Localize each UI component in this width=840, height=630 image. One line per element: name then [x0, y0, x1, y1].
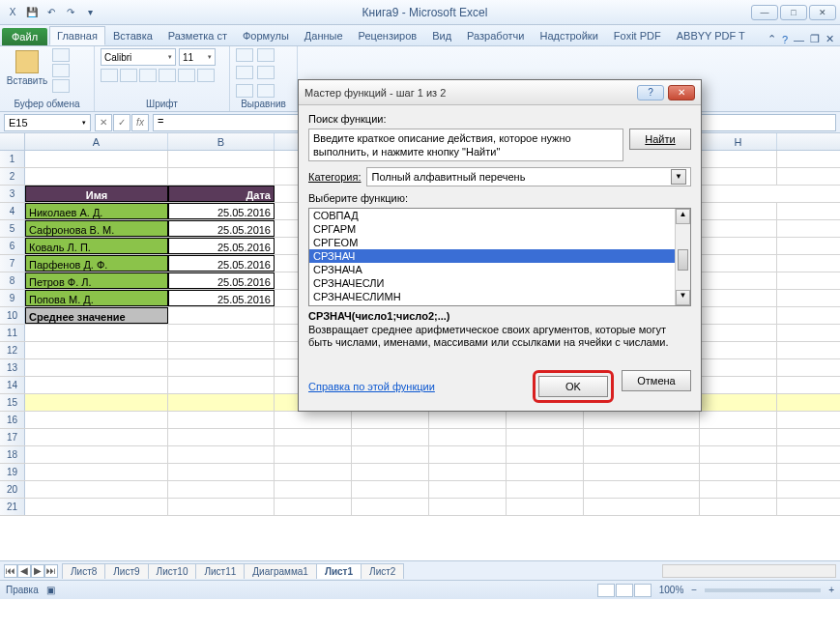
row-header[interactable]: 10 — [0, 307, 25, 324]
cell-A8[interactable]: Петров Ф. Л. — [25, 272, 168, 289]
dialog-close-icon[interactable]: ✕ — [668, 85, 695, 100]
tab-nav-next-icon[interactable]: ▶ — [31, 564, 44, 578]
scroll-down-icon[interactable]: ▼ — [676, 290, 690, 305]
tab-view[interactable]: Вид — [424, 26, 459, 45]
row-header[interactable]: 2 — [0, 168, 25, 185]
tab-nav-prev-icon[interactable]: ◀ — [17, 564, 31, 578]
dialog-titlebar[interactable]: Мастер функций - шаг 1 из 2 ? ✕ — [299, 80, 701, 105]
tab-data[interactable]: Данные — [297, 26, 351, 45]
scroll-thumb[interactable] — [678, 249, 688, 271]
cell-A7[interactable]: Парфенов Д. Ф. — [25, 255, 168, 272]
tab-insert[interactable]: Вставка — [105, 26, 160, 45]
function-list[interactable]: СОВПАД СРГАРМ СРГЕОМ СРЗНАЧ СРЗНАЧА СРЗН… — [308, 208, 691, 306]
view-normal-icon[interactable] — [597, 584, 615, 597]
ok-button[interactable]: OK — [538, 376, 608, 397]
help-icon[interactable]: ? — [782, 34, 788, 45]
enter-formula-icon[interactable]: ✓ — [113, 114, 130, 131]
row-header[interactable]: 4 — [0, 203, 25, 219]
row-header[interactable]: 11 — [0, 325, 25, 341]
cell-B7[interactable]: 25.05.2016 — [168, 255, 275, 272]
col-A[interactable]: A — [25, 133, 168, 150]
sheet-tab[interactable]: Лист9 — [104, 563, 148, 579]
tab-addins[interactable]: Надстройки — [532, 26, 605, 45]
font-size-combo[interactable]: 11▾ — [179, 48, 216, 66]
col-B[interactable]: B — [168, 133, 275, 150]
align-bottom-button[interactable] — [236, 66, 253, 79]
select-all-corner[interactable] — [0, 133, 25, 150]
tab-pagelayout[interactable]: Разметка ст — [160, 26, 235, 45]
workbook-min-icon[interactable]: — — [794, 34, 804, 45]
sheet-tab[interactable]: Диаграмма1 — [244, 563, 317, 579]
row-header[interactable]: 15 — [0, 394, 25, 411]
cell-B4[interactable]: 25.05.2016 — [168, 203, 275, 219]
category-select[interactable]: Полный алфавитный перечень ▼ — [366, 167, 691, 186]
dialog-help-icon[interactable]: ? — [637, 85, 664, 100]
font-color-button[interactable] — [197, 69, 215, 82]
scroll-up-icon[interactable]: ▲ — [676, 209, 690, 224]
workbook-restore-icon[interactable]: ❐ — [810, 33, 820, 45]
header-name[interactable]: Имя — [25, 186, 168, 202]
row-header[interactable]: 1 — [0, 151, 25, 167]
sheet-tab-active[interactable]: Лист1 — [316, 563, 362, 579]
zoom-level[interactable]: 100% — [659, 585, 684, 595]
function-item[interactable]: СРЗНАЧЕСЛИМН — [309, 290, 690, 303]
row-header[interactable]: 20 — [0, 481, 25, 498]
sheet-tab[interactable]: Лист11 — [195, 563, 245, 579]
underline-button[interactable] — [139, 69, 157, 82]
qat-more-icon[interactable]: ▾ — [81, 4, 99, 21]
function-item-selected[interactable]: СРЗНАЧ — [309, 249, 690, 263]
border-button[interactable] — [159, 69, 176, 82]
row-header[interactable]: 16 — [0, 412, 25, 428]
list-scrollbar[interactable]: ▲ ▼ — [675, 209, 690, 305]
redo-icon[interactable]: ↷ — [62, 4, 79, 21]
function-item[interactable]: СРГАРМ — [309, 222, 690, 236]
align-top-button[interactable] — [236, 48, 253, 62]
tab-home[interactable]: Главная — [49, 26, 105, 45]
function-item[interactable]: СОВПАД — [309, 209, 690, 222]
paste-button[interactable]: Вставить — [6, 48, 48, 88]
close-button[interactable]: ✕ — [809, 5, 836, 20]
sheet-tab[interactable]: Лист10 — [148, 563, 197, 579]
cell-B8[interactable]: 25.05.2016 — [168, 272, 275, 289]
cancel-button[interactable]: Отмена — [622, 370, 691, 391]
cell-A6[interactable]: Коваль Л. П. — [25, 238, 168, 254]
tab-nav-first-icon[interactable]: ⏮ — [4, 564, 17, 578]
bold-button[interactable] — [101, 69, 118, 82]
row-header[interactable]: 8 — [0, 272, 25, 289]
row-header[interactable]: 7 — [0, 255, 25, 272]
cut-icon[interactable] — [52, 48, 70, 62]
italic-button[interactable] — [120, 69, 137, 82]
cell-A10[interactable]: Среднее значение — [25, 307, 168, 324]
function-item[interactable]: СРГЕОМ — [309, 236, 690, 249]
zoom-in-icon[interactable]: + — [828, 585, 834, 595]
row-header[interactable]: 12 — [0, 342, 25, 358]
copy-icon[interactable] — [52, 64, 70, 77]
minimize-button[interactable]: — — [751, 5, 778, 20]
row-header[interactable]: 19 — [0, 464, 25, 480]
tab-nav-last-icon[interactable]: ⏭ — [44, 564, 58, 578]
view-pagelayout-icon[interactable] — [616, 584, 633, 597]
zoom-slider[interactable] — [705, 588, 821, 592]
row-header[interactable]: 3 — [0, 186, 25, 202]
sheet-tab[interactable]: Лист2 — [361, 563, 404, 579]
font-name-combo[interactable]: Calibri▾ — [101, 48, 176, 66]
cell-A5[interactable]: Сафронова В. М. — [25, 220, 168, 237]
file-tab[interactable]: Файл — [2, 28, 47, 45]
sheet-tab[interactable]: Лист8 — [62, 563, 105, 579]
zoom-out-icon[interactable]: − — [691, 585, 697, 595]
align-middle-button[interactable] — [257, 48, 275, 62]
cancel-formula-icon[interactable]: ✕ — [95, 114, 112, 131]
row-header[interactable]: 6 — [0, 238, 25, 254]
row-header[interactable]: 21 — [0, 499, 25, 515]
cell-A4[interactable]: Николаев А. Д. — [25, 203, 168, 219]
workbook-close-icon[interactable]: ✕ — [826, 33, 834, 45]
header-date[interactable]: Дата — [168, 186, 275, 202]
tab-formulas[interactable]: Формулы — [235, 26, 297, 45]
align-left-button[interactable] — [257, 66, 275, 79]
align-right-button[interactable] — [257, 84, 275, 98]
minimize-ribbon-icon[interactable]: ⌃ — [768, 33, 776, 45]
function-help-link[interactable]: Справка по этой функции — [308, 381, 435, 392]
cell-B9[interactable]: 25.05.2016 — [168, 290, 275, 306]
function-item[interactable]: СРЗНАЧЕСЛИ — [309, 276, 690, 290]
name-box[interactable]: E15▾ — [4, 114, 91, 131]
